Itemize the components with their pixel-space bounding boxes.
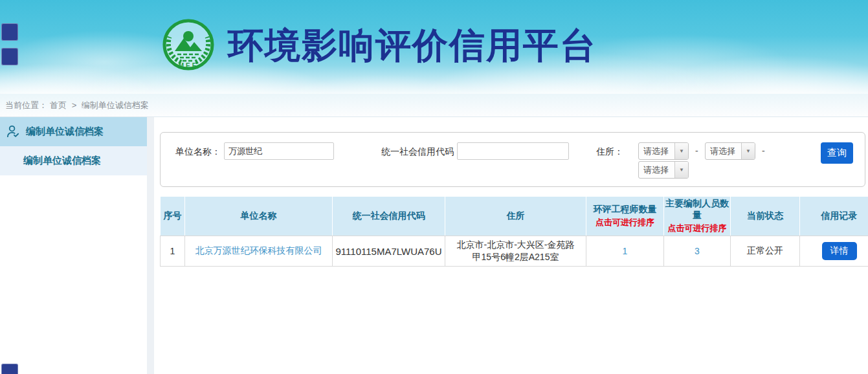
unit-name-label: 单位名称：: [175, 146, 221, 158]
sidebar-subitem-label: 编制单位诚信档案: [23, 155, 101, 167]
col-header-status: 当前状态: [731, 197, 800, 236]
table-header-row: 序号 单位名称 统一社会信用代码 住所 环评工程师数量 点击可进行排序 主要编制…: [161, 197, 868, 236]
site-header: MEE 环境影响评价信用平台: [0, 0, 868, 94]
breadcrumb-prefix: 当前位置：: [5, 100, 47, 110]
col-header-index: 序号: [161, 197, 185, 236]
sidebar-divider: [147, 117, 154, 374]
sort-hint[interactable]: 点击可进行排序: [665, 223, 729, 234]
sort-hint[interactable]: 点击可进行排序: [588, 217, 662, 228]
credit-code-label: 统一社会信用代码：: [381, 146, 463, 158]
address-district-select[interactable]: 请选择 ▼: [638, 161, 689, 179]
sidebar: 编制单位诚信档案 编制单位诚信档案: [0, 117, 147, 374]
select-value: 请选择: [639, 162, 674, 178]
address-label: 住所：: [596, 146, 623, 158]
query-button[interactable]: 查询: [821, 142, 853, 164]
col-header-address: 住所: [445, 197, 586, 236]
sidebar-item-label: 编制单位诚信档案: [26, 126, 104, 138]
site-title: 环境影响评价信用平台: [228, 22, 597, 70]
unit-name-input[interactable]: [224, 142, 334, 160]
col-header-engineer-count-sortable[interactable]: 环评工程师数量 点击可进行排序: [586, 197, 664, 236]
address-city-select[interactable]: 请选择 ▼: [705, 142, 755, 160]
floating-widget-icon[interactable]: [1, 48, 18, 65]
breadcrumb-home-link[interactable]: 首页: [50, 100, 67, 110]
breadcrumb-current: 编制单位诚信档案: [82, 100, 149, 110]
cell-credit-code: 91110115MA7LWUA76U: [333, 236, 445, 267]
results-table: 序号 单位名称 统一社会信用代码 住所 环评工程师数量 点击可进行排序 主要编制…: [160, 196, 868, 267]
unit-name-link[interactable]: 北京万源世纪环保科技有限公司: [195, 245, 322, 256]
cell-address: 北京市-北京市-大兴区-金苑路 甲15号6幢2层A215室: [445, 236, 586, 267]
select-value: 请选择: [706, 143, 741, 159]
table-row: 1 北京万源世纪环保科技有限公司 91110115MA7LWUA76U 北京市-…: [161, 236, 868, 267]
dash-separator: -: [762, 146, 765, 156]
page-body: 编制单位诚信档案 编制单位诚信档案 单位名称： 统一社会信用代码： 住所： 请选…: [0, 117, 868, 374]
dash-separator: -: [695, 146, 698, 156]
select-value: 请选择: [639, 143, 674, 159]
floating-widget-icon[interactable]: [1, 364, 18, 374]
cell-status: 正常公开: [731, 236, 800, 267]
mee-logo: MEE: [161, 17, 216, 74]
staff-count-link[interactable]: 3: [695, 246, 700, 256]
chevron-down-icon[interactable]: ▼: [674, 162, 688, 178]
col-header-staff-count-sortable[interactable]: 主要编制人员数量 点击可进行排序: [664, 197, 731, 236]
engineer-count-link[interactable]: 1: [623, 246, 628, 256]
main-content: 单位名称： 统一社会信用代码： 住所： 请选择 ▼ - 请选择 ▼ - 请选择 …: [154, 117, 868, 374]
address-province-select[interactable]: 请选择 ▼: [638, 142, 689, 160]
user-check-icon: [6, 124, 21, 139]
col-header-credit-code: 统一社会信用代码: [333, 197, 445, 236]
detail-button[interactable]: 详情: [822, 242, 857, 260]
search-panel: 单位名称： 统一社会信用代码： 住所： 请选择 ▼ - 请选择 ▼ - 请选择 …: [160, 132, 865, 187]
results-table-wrap: 序号 单位名称 统一社会信用代码 住所 环评工程师数量 点击可进行排序 主要编制…: [160, 196, 868, 267]
chevron-down-icon[interactable]: ▼: [741, 143, 755, 159]
cell-index: 1: [161, 236, 185, 267]
credit-code-input[interactable]: [457, 142, 569, 160]
sidebar-subitem-unit-credit-archive[interactable]: 编制单位诚信档案: [0, 146, 147, 175]
logo-text: MEE: [179, 62, 199, 69]
col-header-unit-name: 单位名称: [185, 197, 333, 236]
floating-widget-icon[interactable]: [1, 23, 18, 41]
page: MEE 环境影响评价信用平台 当前位置：首页 > 编制单位诚信档案 编制单位诚信…: [0, 0, 868, 374]
breadcrumb-separator: >: [72, 100, 77, 110]
sidebar-item-unit-credit-archive[interactable]: 编制单位诚信档案: [0, 117, 147, 146]
chevron-down-icon[interactable]: ▼: [674, 143, 688, 159]
breadcrumb: 当前位置：首页 > 编制单位诚信档案: [0, 94, 868, 117]
col-header-credit-record: 信用记录: [800, 197, 868, 236]
